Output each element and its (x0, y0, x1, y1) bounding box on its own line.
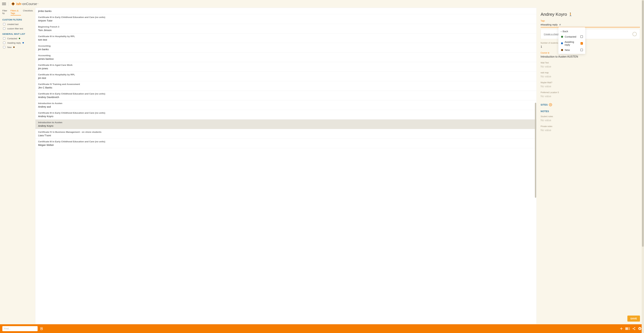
list-row[interactable]: Certificate III in Hospitality by RPLtom… (36, 34, 536, 43)
tag-chip[interactable]: #Awaiting reply (540, 23, 558, 26)
brand-logo: ish®onCourse™ (8, 2, 38, 6)
page-scroll-thumb[interactable] (642, 0, 644, 247)
field-value[interactable]: No value (540, 64, 640, 69)
share-icon[interactable] (632, 327, 636, 330)
logo-product: onCourse (22, 2, 37, 6)
sites-header: SITES+ (540, 103, 640, 106)
list-row[interactable]: Accountingjames bankso (36, 52, 536, 62)
custom-filter-item[interactable]: created last (2, 22, 33, 26)
list-row[interactable]: Certificate III in Early Childhood Educa… (36, 91, 536, 100)
record-list[interactable]: jimbo banksCertificate III in Early Chil… (35, 8, 536, 324)
field-label: Maybe Wait? (540, 82, 640, 84)
list-row[interactable]: Introduction to AustenAndrey asd (36, 100, 536, 110)
tag-dropdown[interactable]: ‹Back Contacted Awaiting reply✓ New (558, 27, 585, 54)
list-row[interactable]: Certificate III in Hospitality by RPLjim… (36, 72, 536, 81)
dot-icon (19, 38, 20, 39)
svg-line-4 (42, 329, 42, 329)
list-row[interactable]: Certificate IV Training and AssessmentJi… (36, 81, 536, 91)
svg-rect-7 (626, 328, 626, 330)
row-contact: jim test (38, 76, 534, 80)
field-value[interactable]: No value (540, 94, 640, 98)
external-link-icon[interactable]: ⧉ (548, 52, 549, 54)
add-icon[interactable] (620, 327, 623, 330)
waitlist-tag-item[interactable]: Contacted (2, 36, 33, 40)
list-scroll-thumb[interactable] (535, 103, 536, 198)
row-course: Certificate III in Early Childhood Educa… (38, 140, 534, 143)
list-row[interactable]: Certificate IV in Business Management - … (36, 129, 536, 139)
tag-hash[interactable]: # (560, 23, 561, 26)
progress-ring-icon (632, 32, 637, 36)
field-value[interactable]: No value (540, 84, 640, 88)
view-toggle-icon[interactable] (626, 327, 630, 330)
filter-by-label: Filter by (2, 10, 8, 16)
dropdown-item-new[interactable]: New (558, 47, 585, 52)
course-label: Course⧉ (540, 52, 640, 54)
svg-rect-8 (627, 328, 628, 330)
row-course: Certificate III in Aged Care Work (38, 64, 534, 66)
search-input[interactable] (2, 326, 38, 331)
svg-line-16 (634, 329, 634, 329)
checklist-box[interactable]: Create a checklist n (540, 29, 640, 39)
dropdown-item-contacted[interactable]: Contacted (558, 34, 585, 39)
dropdown-back[interactable]: ‹Back (558, 28, 585, 34)
tags-label: Tags (540, 20, 640, 22)
student-notes-value[interactable]: No value (540, 118, 640, 122)
hamburger-menu-icon[interactable] (2, 2, 6, 6)
waitlist-tag-item[interactable]: Awaiting reply (2, 40, 33, 45)
tab-filters-tags[interactable]: Filters & Tags (10, 10, 21, 16)
chevron-left-icon: ‹ (561, 30, 562, 33)
dot-icon (22, 42, 24, 44)
detail-panel: Andrey Koyro🚶 Tags #Awaiting reply # ‹Ba… (536, 8, 644, 324)
dropdown-back-label: Back (562, 30, 568, 33)
list-row[interactable]: Certificate III in Early Childhood Educa… (36, 139, 536, 148)
list-row[interactable]: jimbo banks (36, 8, 536, 14)
dot-icon (561, 49, 563, 51)
waitlist-tag-label: New (7, 46, 12, 48)
row-course: Introduction to Austen (38, 121, 534, 124)
waitlist-tag-item[interactable]: New (2, 45, 33, 49)
list-row[interactable]: Certificate III in Aged Care Workjim jon… (36, 62, 536, 72)
waitlist-tag-label: Awaiting reply (7, 42, 21, 44)
page-scrollbar[interactable] (642, 0, 644, 333)
row-contact: jim banks (38, 48, 534, 51)
list-row[interactable]: Accountingjim banks (36, 43, 536, 52)
svg-point-14 (634, 329, 635, 330)
save-button[interactable]: SAVE (628, 316, 640, 322)
row-contact: Andrey Koyro (38, 115, 534, 118)
list-scrollbar[interactable] (535, 8, 536, 324)
list-row[interactable]: Introduction to AustenAndrey Koyro (36, 120, 536, 129)
dot-icon (561, 42, 563, 44)
add-site-button[interactable]: + (549, 103, 552, 106)
num-students-value[interactable]: 1 (540, 45, 640, 49)
row-course: Certificate IV Training and Assessment (38, 83, 534, 86)
checkbox-icon[interactable] (580, 36, 583, 38)
checkbox-icon[interactable] (580, 49, 583, 51)
search-contact-icon[interactable] (40, 327, 43, 330)
private-notes-value[interactable]: No value (540, 128, 640, 132)
footer-bar (0, 324, 644, 333)
row-contact: Megan Weber (38, 144, 534, 146)
custom-filters-title: CUSTOM FILTERS (2, 18, 33, 21)
field-value[interactable]: No value (540, 74, 640, 79)
general-wait-list-title: GENERAL WAIT LIST (2, 33, 33, 35)
row-contact: Andrey Davidovich (38, 96, 534, 98)
dropdown-item-awaiting[interactable]: Awaiting reply✓ (558, 39, 585, 47)
dropdown-item-label: Awaiting reply (564, 40, 579, 46)
checkbox-checked-icon[interactable]: ✓ (580, 42, 583, 45)
tab-checklists[interactable]: Checklists (23, 10, 33, 16)
row-contact: Andrey Koyro (38, 124, 534, 127)
custom-filter-item[interactable]: custom filter test (2, 26, 33, 31)
tags-input[interactable]: #Awaiting reply # (540, 22, 640, 27)
svg-point-13 (633, 328, 634, 329)
svg-rect-2 (40, 328, 42, 330)
svg-point-12 (634, 327, 635, 328)
row-course: Certificate III in Hospitality by RPL (38, 73, 534, 76)
course-value[interactable]: Introduction to Austen AUSTEN (540, 54, 640, 59)
list-row[interactable]: Certificate III in Early Childhood Educa… (36, 14, 536, 24)
dropdown-item-label: New (565, 48, 570, 51)
list-row[interactable]: Beginning French 3Tom Jimson (36, 24, 536, 34)
list-row[interactable]: Certificate III in Early Childhood Educa… (36, 110, 536, 120)
row-course: Certificate III in Early Childhood Educa… (38, 92, 534, 95)
list-column: jimbo banksCertificate III in Early Chil… (35, 8, 536, 324)
gear-icon[interactable] (638, 327, 642, 330)
